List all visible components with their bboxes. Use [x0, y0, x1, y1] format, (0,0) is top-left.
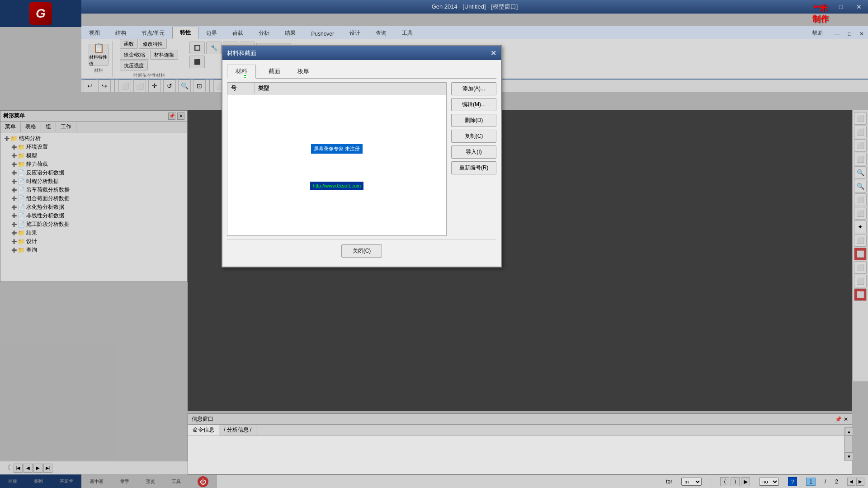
modal-close-x-button[interactable]: ✕: [491, 49, 496, 57]
wm-banner-line1: 屏幕录像专家 未注册: [311, 144, 363, 154]
modal-table-area: 号 类型 屏幕录像专家 未注册 http://www.tlxsoft.com: [227, 82, 447, 236]
modal-tab-separator: [258, 66, 258, 75]
modal-title: 材料和截面: [227, 49, 256, 57]
modal-tab-section[interactable]: 截面: [260, 65, 289, 78]
wm-banner-line2: http://www.tlxsoft.com: [310, 182, 363, 190]
table-watermark: 屏幕录像专家 未注册 http://www.tlxsoft.com: [227, 117, 446, 217]
modal-table-header: 号 类型: [227, 83, 446, 94]
renumber-button[interactable]: 重新编号(R): [451, 161, 496, 174]
modal-close-button[interactable]: 关闭(C): [341, 244, 382, 258]
modal-tab-row: 材料 截面 板厚: [227, 65, 496, 79]
modal-body: 材料 截面 板厚 号 类型 屏幕录像专家 未注册 http://www.tlxs…: [222, 60, 501, 267]
delete-button[interactable]: 删除(D): [451, 114, 496, 127]
modal-footer: 关闭(C): [227, 239, 496, 262]
modal-buttons: 添加(A)... 编辑(M)... 删除(D) 复制(C) 导入(I) 重新编号…: [451, 82, 496, 236]
modal-header: 材料和截面 ✕: [222, 46, 501, 60]
import-button[interactable]: 导入(I): [451, 145, 496, 159]
modal-content-area: 号 类型 屏幕录像专家 未注册 http://www.tlxsoft.com 添…: [227, 82, 496, 236]
copy-button[interactable]: 复制(C): [451, 130, 496, 143]
add-button[interactable]: 添加(A)...: [451, 82, 496, 95]
modal-tab-thickness[interactable]: 板厚: [289, 65, 318, 78]
modal-tab-material[interactable]: 材料: [227, 65, 256, 79]
edit-button[interactable]: 编辑(M)...: [451, 98, 496, 111]
col-type: 类型: [255, 83, 446, 94]
col-number: 号: [227, 83, 255, 94]
material-section-modal: 材料和截面 ✕ 材料 截面 板厚 号 类型 屏幕录像专家 未注册: [222, 45, 502, 267]
